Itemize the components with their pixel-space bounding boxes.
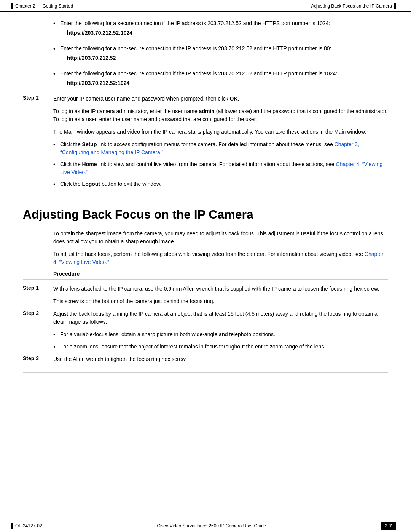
header-right: Adjusting Back Focus on the IP Camera [311,3,396,9]
section2-step2-content: Adjust the back focus by aiming the IP c… [53,310,388,326]
step2-sub-bullet-1: • For a variable-focus lens, obtain a sh… [53,331,388,339]
step2-sub-dot-2: • [53,343,60,351]
step2-sub-text-1: For a variable-focus lens, obtain a shar… [60,331,388,339]
header-right-title: Adjusting Back Focus on the IP Camera [311,3,392,9]
header-right-bar [394,3,396,9]
section2-step1-label: Step 1 [23,285,53,291]
bullet-3-text: Enter the following for a non-secure con… [60,70,337,77]
section2-step1-row: Step 1 With a lens attached to the IP ca… [23,285,388,293]
step-2-label: Step 2 [23,95,53,101]
chapter3-link[interactable]: Chapter 3, “Configuring and Managing the… [60,141,359,155]
step-2-row: Step 2 Enter your IP camera user name an… [23,95,388,103]
section2-step1-text: With a lens attached to the IP camera, u… [53,286,379,292]
page-footer: OL-24127-02 Cisco Video Surveillance 260… [0,519,411,532]
bullet-text-2: Enter the following for a non-secure con… [60,45,388,66]
step2-sub-text-2: For a zoom lens, ensure that the object … [60,343,388,351]
section2-step2-label: Step 2 [23,310,53,316]
bullet-2-text: Enter the following for a non-secure con… [60,45,331,51]
chapter4-link-video[interactable]: Chapter 4, “Viewing Live Video.” [53,251,384,265]
header-chapter: Chapter 2 [15,3,35,9]
chapter4-link-home[interactable]: Chapter 4, “Viewing Live Video.” [60,161,382,175]
main-bullet-dot-2: • [53,160,60,169]
section-divider-2 [23,279,388,280]
bullet-item-3: • Enter the following for a non-secure c… [53,70,388,91]
bullet-dot-1: • [53,19,60,28]
main-bullet-text-home: Click the Home link to view and control … [60,160,388,176]
bullet-text-1: Enter the following for a secure connect… [60,19,388,41]
section1-para2: The Main window appears and video from t… [53,128,388,136]
section2-step2-bullets: • For a variable-focus lens, obtain a sh… [53,331,388,351]
main-bullet-text-logout: Click the Logout button to exit the wind… [60,180,388,188]
bullet-1-text: Enter the following for a secure connect… [60,20,330,26]
section2-step2-row: Step 2 Adjust the back focus by aiming t… [23,310,388,326]
footer-left: OL-24127-02 [11,523,42,529]
section2-para2: To adjust the back focus, perform the fo… [53,250,388,266]
bullet-1-code: https://203.70.212.52:1024 [67,29,388,37]
header-left: Chapter 2 Getting Started [11,3,73,9]
section2-step3-row: Step 3 Use the Allen wrench to tighten t… [23,355,388,363]
section2-para1: To obtain the sharpest image from the ca… [53,230,388,246]
bullet-text-3: Enter the following for a non-secure con… [60,70,388,91]
main-content: • Enter the following for a secure conne… [0,12,411,390]
section2-step1-content: With a lens attached to the IP camera, u… [53,285,388,293]
main-bullet-logout: • Click the Logout button to exit the wi… [53,180,388,189]
main-bullet-dot-1: • [53,141,60,149]
section1-para1: To log in as the IP camera administrator… [53,107,388,123]
page-header: Chapter 2 Getting Started Adjusting Back… [0,0,411,12]
main-bullet-text-setup: Click the Setup link to access configura… [60,141,388,157]
section2-step3-label: Step 3 [23,355,53,361]
section2-step3-content: Use the Allen wrench to tighten the focu… [53,355,388,363]
section-divider-3 [23,372,388,373]
bullet-dot-3: • [53,70,60,78]
footer-left-text: OL-24127-02 [15,523,42,529]
section2-step1-subtext: This screw is on the bottom of the camer… [53,297,388,305]
section2-step2-text: Adjust the back focus by aiming the IP c… [53,311,378,325]
bullet-dot-2: • [53,45,60,53]
main-window-bullets: • Click the Setup link to access configu… [53,141,388,189]
main-bullet-setup: • Click the Setup link to access configu… [53,141,388,157]
header-chapter-title: Getting Started [42,3,73,9]
bullet-3-code: http://203.70.212.52:1024 [67,79,388,87]
footer-right: 2-7 [381,522,396,530]
section2-heading: Adjusting Back Focus on the IP Camera [23,207,388,222]
bullet-item-2: • Enter the following for a non-secure c… [53,45,388,66]
step2-sub-bullet-2: • For a zoom lens, ensure that the objec… [53,343,388,351]
step2-sub-dot-1: • [53,331,60,339]
procedure-label: Procedure [53,271,388,277]
bullet-2-code: http://203.70.212.52 [67,54,388,62]
main-bullet-home: • Click the Home link to view and contro… [53,160,388,176]
main-bullet-dot-3: • [53,180,60,189]
header-left-bar [11,3,13,9]
step-2-content: Enter your IP camera user name and passw… [53,95,388,103]
bullet-item-1: • Enter the following for a secure conne… [53,19,388,41]
section-divider-1 [23,198,388,198]
footer-left-bar [11,523,13,529]
footer-center: Cisco Video Surveillance 2600 IP Camera … [157,523,266,529]
url-bullets: • Enter the following for a secure conne… [53,19,388,91]
